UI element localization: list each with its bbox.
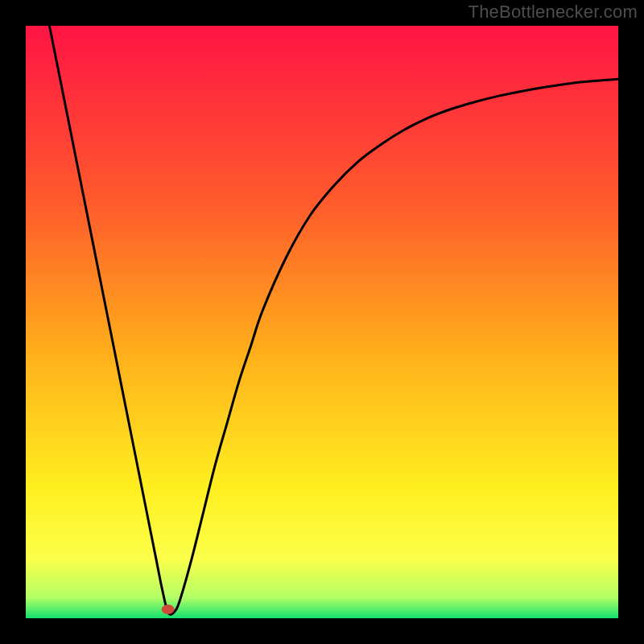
optimal-point-marker (162, 605, 175, 614)
chart-background (26, 26, 618, 618)
watermark-text: TheBottlenecker.com (469, 2, 638, 23)
chart-frame (26, 26, 618, 618)
bottleneck-chart (26, 26, 618, 618)
